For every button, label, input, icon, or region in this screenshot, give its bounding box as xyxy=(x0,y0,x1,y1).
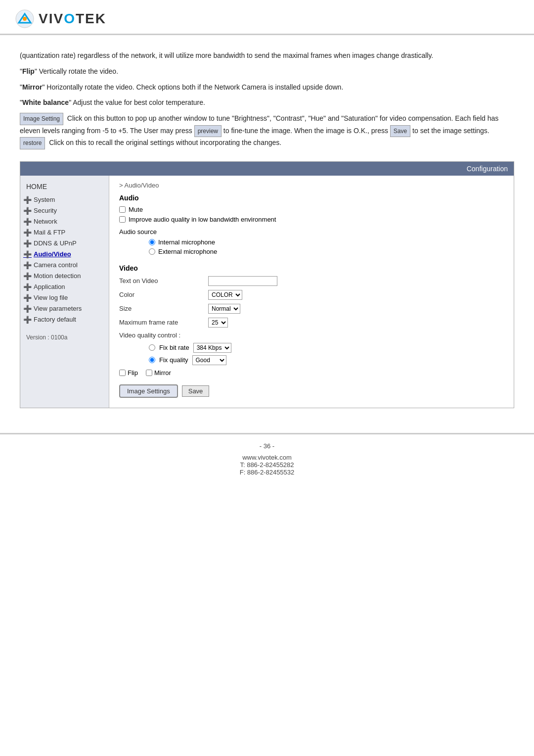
fix-bit-radio[interactable] xyxy=(149,344,155,351)
logo-icon xyxy=(15,9,35,29)
sidebar-item-motion-detection[interactable]: ➕ Motion detection xyxy=(20,271,109,282)
sidebar-item-application[interactable]: ➕ Application xyxy=(20,282,109,292)
config-panel: Configuration HOME ➕ System ➕ Security ➕… xyxy=(20,161,514,408)
sidebar-label-factory-default: Factory default xyxy=(34,316,76,323)
color-label: Color xyxy=(119,291,208,298)
text-on-video-label: Text on Video xyxy=(119,277,208,284)
sidebar-label-motion-detection: Motion detection xyxy=(34,272,81,280)
text-on-video-input[interactable] xyxy=(208,276,277,286)
image-setting-inline-btn[interactable]: Image Setting xyxy=(20,113,63,125)
plus-icon-system: ➕ xyxy=(23,196,32,204)
flip-item: Flip xyxy=(119,369,138,377)
sidebar-item-system[interactable]: ➕ System xyxy=(20,194,109,205)
external-mic-radio[interactable] xyxy=(149,248,155,255)
improve-audio-label: Improve audio quality in low bandwidth e… xyxy=(129,216,276,223)
video-section: Video Text on Video Color COLOR B/W Siz xyxy=(119,264,504,398)
fix-quality-radio[interactable] xyxy=(149,357,155,363)
sidebar-label-audio-video: Audio/Video xyxy=(34,250,71,258)
preview-inline-btn[interactable]: preview xyxy=(194,125,222,137)
fix-quality-row: Fix quality Good Medium Poor xyxy=(149,355,504,365)
sidebar-item-mail-ftp[interactable]: ➕ Mail & FTP xyxy=(20,227,109,238)
description-para1: (quantization rate) regardless of the ne… xyxy=(20,50,514,62)
footer-phone: T: 886-2-82455282 xyxy=(8,461,526,469)
sidebar-item-network[interactable]: ➕ Network xyxy=(20,216,109,227)
footer-website: www.vivotek.com xyxy=(8,454,526,461)
plus-icon-view-params: ➕ xyxy=(23,305,32,313)
text-on-video-row: Text on Video xyxy=(119,276,504,286)
max-frame-select[interactable]: 25 30 15 xyxy=(208,318,228,328)
sidebar-item-audio-video[interactable]: ➕ Audio/Video xyxy=(20,249,109,260)
svg-point-2 xyxy=(23,17,27,21)
page-footer: - 36 - www.vivotek.com T: 886-2-82455282… xyxy=(0,433,534,484)
size-label: Size xyxy=(119,305,208,312)
flip-checkbox[interactable] xyxy=(119,370,126,376)
sidebar-item-security[interactable]: ➕ Security xyxy=(20,205,109,216)
external-mic-label: External microphone xyxy=(158,248,217,255)
internal-mic-radio[interactable] xyxy=(149,239,155,245)
sidebar-label-application: Application xyxy=(34,283,65,290)
page-header: VIVOTEK xyxy=(0,0,534,35)
video-quality-control-row: Video quality control : xyxy=(119,331,504,339)
sidebar-label-network: Network xyxy=(34,218,57,225)
sidebar-label-system: System xyxy=(34,196,55,203)
quality-select[interactable]: Good Medium Poor xyxy=(192,355,226,365)
sidebar: HOME ➕ System ➕ Security ➕ Network ➕ Mai… xyxy=(20,176,109,408)
sidebar-label-view-log: View log file xyxy=(34,294,68,301)
sidebar-label-security: Security xyxy=(34,207,57,214)
restore-inline-btn[interactable]: restore xyxy=(20,137,45,149)
sidebar-label-mail-ftp: Mail & FTP xyxy=(34,229,65,236)
improve-audio-row: Improve audio quality in low bandwidth e… xyxy=(119,216,504,223)
flip-bold: Flip xyxy=(22,67,35,75)
footer-page-number: - 36 - xyxy=(8,442,526,450)
plus-icon-network: ➕ xyxy=(23,218,32,226)
audio-source-row: Audio source xyxy=(119,228,504,236)
plus-icon-audio-video: ➕ xyxy=(23,250,32,258)
save-inline-btn[interactable]: Save xyxy=(390,125,410,137)
mute-checkbox[interactable] xyxy=(119,206,126,213)
logo: VIVOTEK xyxy=(15,9,519,29)
size-select[interactable]: Normal Half xyxy=(208,304,240,314)
mirror-checkbox[interactable] xyxy=(146,370,152,376)
breadcrumb: > Audio/Video xyxy=(119,182,504,189)
description-para2: "Flip" Vertically rotate the video. xyxy=(20,66,514,78)
flip-mirror-row: Flip Mirror xyxy=(119,369,504,377)
sidebar-item-ddns-upnp[interactable]: ➕ DDNS & UPnP xyxy=(20,238,109,249)
internal-mic-label: Internal microphone xyxy=(158,238,215,246)
sidebar-item-factory-default[interactable]: ➕ Factory default xyxy=(20,314,109,325)
main-content: (quantization rate) regardless of the ne… xyxy=(0,35,534,418)
fix-bit-row: Fix bit rate 384 Kbps 512 Kbps 256 Kbps xyxy=(149,343,504,353)
config-body: HOME ➕ System ➕ Security ➕ Network ➕ Mai… xyxy=(20,176,514,408)
audio-section-title: Audio xyxy=(119,194,504,202)
sidebar-label-view-params: View parameters xyxy=(34,305,82,312)
plus-icon-ddns-upnp: ➕ xyxy=(23,239,32,247)
audio-section: Audio Mute Improve audio quality in low … xyxy=(119,194,504,255)
sidebar-item-view-params[interactable]: ➕ View parameters xyxy=(20,303,109,314)
plus-icon-view-log: ➕ xyxy=(23,294,32,302)
sidebar-item-camera-control[interactable]: ➕ Camera control xyxy=(20,260,109,271)
video-section-title: Video xyxy=(119,264,504,272)
color-select[interactable]: COLOR B/W xyxy=(208,290,242,300)
audio-source-radio-group: Internal microphone External microphone xyxy=(119,238,504,255)
sidebar-label-camera-control: Camera control xyxy=(34,261,78,269)
improve-audio-checkbox[interactable] xyxy=(119,216,126,223)
plus-icon-camera-control: ➕ xyxy=(23,261,32,269)
image-settings-button[interactable]: Image Settings xyxy=(119,384,178,398)
mute-label: Mute xyxy=(129,206,143,213)
audio-source-label: Audio source xyxy=(119,228,157,236)
sidebar-home[interactable]: HOME xyxy=(20,181,109,194)
external-mic-row: External microphone xyxy=(149,248,504,255)
sidebar-item-view-log[interactable]: ➕ View log file xyxy=(20,292,109,303)
bit-rate-select[interactable]: 384 Kbps 512 Kbps 256 Kbps xyxy=(193,343,231,353)
mirror-bold: Mirror xyxy=(22,83,42,91)
config-header: Configuration xyxy=(20,162,514,176)
save-button[interactable]: Save xyxy=(182,385,210,397)
internal-mic-row: Internal microphone xyxy=(149,238,504,246)
description-para4: "White balance" Adjust the value for bes… xyxy=(20,97,514,109)
plus-icon-security: ➕ xyxy=(23,207,32,215)
color-row: Color COLOR B/W xyxy=(119,290,504,300)
white-balance-bold: White balance xyxy=(22,98,69,106)
fix-quality-label: Fix quality xyxy=(159,356,188,364)
plus-icon-mail-ftp: ➕ xyxy=(23,229,32,236)
footer-fax: F: 886-2-82455532 xyxy=(8,469,526,476)
description-para5: Image Setting Click on this button to po… xyxy=(20,113,514,149)
